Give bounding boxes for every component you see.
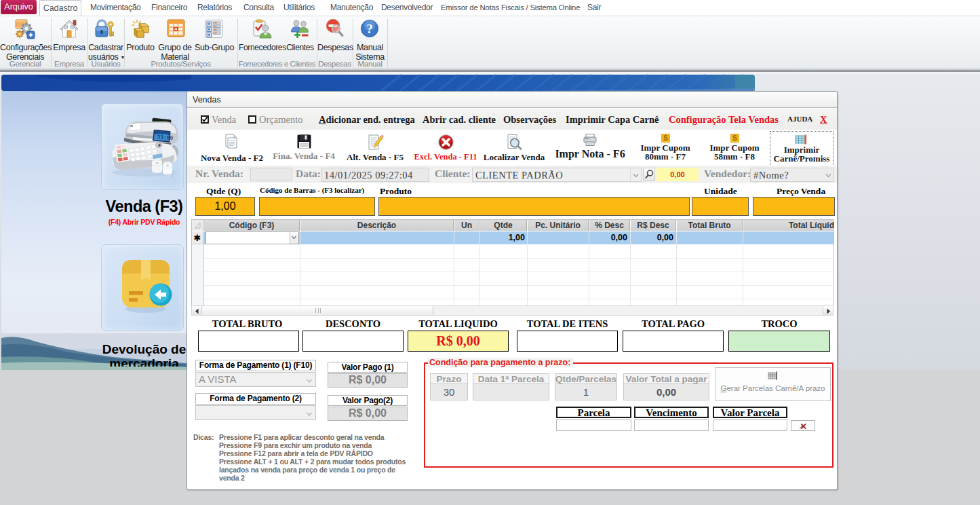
svg-text:?: ? [366,22,373,36]
svg-text:S: S [663,134,668,142]
svg-text:S: S [732,134,737,142]
